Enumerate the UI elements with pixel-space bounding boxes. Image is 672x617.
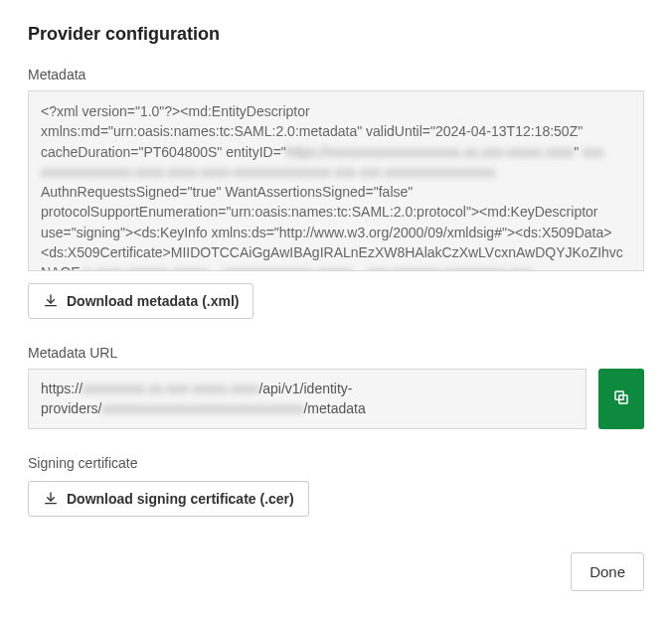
download-certificate-label: Download signing certificate (.cer) — [67, 491, 294, 507]
signing-certificate-label: Signing certificate — [28, 455, 644, 471]
metadata-url-label: Metadata URL — [28, 345, 644, 361]
page-title: Provider configuration — [28, 24, 644, 45]
done-button[interactable]: Done — [571, 552, 644, 591]
download-icon — [43, 491, 59, 507]
download-icon — [43, 293, 59, 309]
metadata-section: Metadata <?xml version="1.0"?><md:Entity… — [28, 67, 644, 319]
download-metadata-label: Download metadata (.xml) — [67, 293, 239, 309]
copy-url-button[interactable] — [598, 369, 644, 429]
footer: Done — [28, 552, 644, 591]
metadata-url-section: Metadata URL https://xxxxxxxxx.xx.xxx-xx… — [28, 345, 644, 429]
download-certificate-button[interactable]: Download signing certificate (.cer) — [28, 481, 309, 517]
metadata-content[interactable]: <?xml version="1.0"?><md:EntityDescripto… — [28, 90, 644, 271]
download-metadata-button[interactable]: Download metadata (.xml) — [28, 283, 253, 319]
metadata-url-content[interactable]: https://xxxxxxxxx.xx.xxx-xxxxx.xxxx/api/… — [28, 369, 587, 429]
signing-certificate-section: Signing certificate Download signing cer… — [28, 455, 644, 517]
metadata-label: Metadata — [28, 67, 644, 82]
copy-icon — [612, 388, 630, 409]
